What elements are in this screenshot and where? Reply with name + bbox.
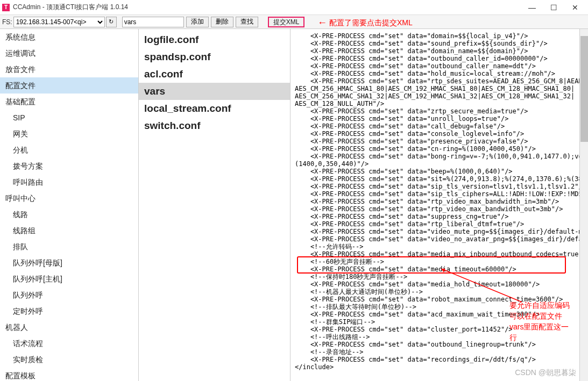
sidebar-item-3[interactable]: 配置文件 [0,77,138,94]
sidebar-item-5[interactable]: SIP [0,110,138,126]
annotation-top-text: 配置了需要点击提交XML [329,18,413,28]
close-button[interactable]: ✕ [564,1,586,14]
sidebar-item-16[interactable]: 队列外呼 [0,287,138,303]
refresh-button[interactable]: ↻ [106,17,117,27]
find-button[interactable]: 查找 [236,17,258,27]
sidebar-item-4[interactable]: 基础配置 [0,94,138,110]
submit-xml-button[interactable]: 提交XML [268,17,305,27]
fs-select[interactable]: 192.168.31.145-007<qi> [13,17,105,27]
sidebar-item-17[interactable]: 定时外呼 [0,303,138,319]
sidebar-item-0[interactable]: 系统信息 [0,29,138,45]
sidebar-item-9[interactable]: 呼叫路由 [0,174,138,190]
minimize-button[interactable]: — [521,1,543,14]
sidebar-item-19[interactable]: 话术流程 [0,335,138,351]
sidebar-item-2[interactable]: 放音文件 [0,61,138,77]
window-title: CCAdmin - 顶顶通CTI接口客户端 1.0.14 [13,3,521,12]
sidebar-item-21[interactable]: 配置模板 [0,368,138,381]
sidebar-item-18[interactable]: 机器人 [0,319,138,335]
sidebar-item-8[interactable]: 拨号方案 [0,158,138,174]
toolbar: FS: 192.168.31.145-007<qi> ↻ 添加 删除 查找 提交… [0,15,588,29]
annotation-top: ← 配置了需要点击提交XML [317,17,413,28]
fs-label: FS: [2,18,12,26]
sidebar-item-20[interactable]: 实时质检 [0,351,138,368]
sidebar-item-12[interactable]: 线路组 [0,222,138,239]
file-item-2[interactable]: acl.conf [139,66,290,83]
sidebar-item-15[interactable]: 队列外呼[主机] [0,271,138,287]
arrow-left-icon: ← [317,17,327,28]
file-item-4[interactable]: local_stream.conf [139,100,290,117]
scrollbar-vertical[interactable] [579,29,588,381]
file-item-5[interactable]: switch.conf [139,117,290,134]
scrollbar-thumb[interactable] [580,36,588,142]
watermark: CSDN @朝思暮柒 [515,368,576,378]
sidebar: 系统信息运维调试放音文件配置文件基础配置SIP网关分机拨号方案呼叫路由呼叫中心线… [0,29,139,381]
main-area: 系统信息运维调试放音文件配置文件基础配置SIP网关分机拨号方案呼叫路由呼叫中心线… [0,29,588,381]
file-item-3[interactable]: vars [139,83,290,100]
delete-button[interactable]: 删除 [211,17,233,27]
window-controls: — ☐ ✕ [521,1,586,14]
file-item-0[interactable]: logfile.conf [139,31,290,48]
titlebar: T CCAdmin - 顶顶通CTI接口客户端 1.0.14 — ☐ ✕ [0,0,588,15]
sidebar-item-10[interactable]: 呼叫中心 [0,190,138,206]
search-input[interactable] [122,17,184,27]
sidebar-item-6[interactable]: 网关 [0,126,138,142]
maximize-button[interactable]: ☐ [543,1,564,14]
app-icon: T [2,4,10,11]
file-item-1[interactable]: spandsp.conf [139,48,290,66]
sidebar-item-13[interactable]: 排队 [0,239,138,255]
sidebar-item-1[interactable]: 运维调试 [0,45,138,61]
annotation-right: 要允许自适应编码可以在配置文件vars里面配置这一行 [509,300,574,343]
add-button[interactable]: 添加 [186,17,209,27]
sidebar-item-7[interactable]: 分机 [0,142,138,158]
filelist: logfile.confspandsp.confacl.confvarsloca… [139,29,291,381]
sidebar-item-14[interactable]: 队列外呼[母版] [0,255,138,271]
sidebar-item-11[interactable]: 线路 [0,206,138,222]
